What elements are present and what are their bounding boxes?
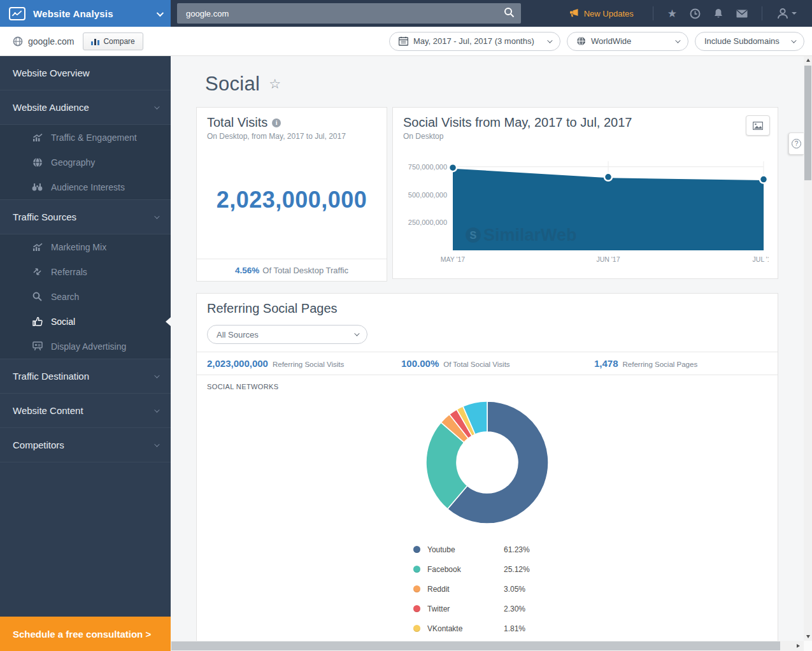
website-analysis-icon xyxy=(9,7,25,20)
sidebar-item-competitors[interactable]: Competitors xyxy=(0,428,171,462)
app-switcher[interactable]: Website Analysis xyxy=(0,0,171,27)
user-account-menu[interactable] xyxy=(776,7,797,20)
chevron-down-icon xyxy=(675,38,680,43)
person-icon xyxy=(776,7,789,20)
display-icon xyxy=(32,341,43,352)
total-visits-subtitle: On Desktop, from May, 2017 to Jul, 2017 xyxy=(207,132,376,141)
legend-bullet-icon xyxy=(413,566,420,573)
info-icon[interactable]: i xyxy=(272,118,281,127)
sources-filter-select[interactable]: All Sources xyxy=(207,325,367,344)
subdomains-select[interactable]: Include Subdomains xyxy=(695,32,804,51)
chevron-down-icon xyxy=(154,441,159,447)
legend-row[interactable]: Twitter 2.30% xyxy=(413,599,561,619)
subdomains-value: Include Subdomains xyxy=(704,36,782,46)
caret-down-icon xyxy=(792,12,797,15)
question-mark-icon: ? xyxy=(792,139,801,148)
divider xyxy=(762,6,762,20)
sidebar-item-referrals[interactable]: Referrals xyxy=(0,259,171,284)
chart-icon xyxy=(32,132,43,143)
chevron-down-icon xyxy=(154,373,159,378)
sidebar-item-marketing-mix[interactable]: Marketing Mix xyxy=(0,234,171,259)
sidebar-item-social[interactable]: Social xyxy=(0,309,171,334)
chevron-down-icon xyxy=(791,38,796,43)
picture-icon xyxy=(753,122,763,130)
sidebar-submenu: Marketing Mix Referrals Search Social Di… xyxy=(0,234,171,359)
referring-visits-value: 2,023,000,000 xyxy=(207,358,268,369)
svg-text:500,000,000: 500,000,000 xyxy=(408,191,447,199)
current-domain: google.com xyxy=(0,36,74,46)
bar-chart-icon xyxy=(91,38,99,45)
chevron-down-icon xyxy=(154,407,159,412)
area-chart: 750,000,000500,000,000250,000,000SSimila… xyxy=(402,154,769,275)
messages-envelope-icon[interactable] xyxy=(736,10,748,18)
vertical-scrollbar[interactable] xyxy=(804,56,812,641)
horizontal-scrollbar[interactable] xyxy=(171,641,804,651)
legend-bullet-icon xyxy=(413,585,420,592)
svg-text:JUN '17: JUN '17 xyxy=(596,255,620,263)
divider xyxy=(653,6,653,20)
new-updates-link[interactable]: New Updates xyxy=(569,8,634,18)
legend-bullet-icon xyxy=(413,625,420,632)
svg-text:S: S xyxy=(470,230,477,241)
donut-legend: Youtube 61.23% Facebook 25.12% Reddit 3.… xyxy=(413,540,561,638)
chart-subtitle: On Desktop xyxy=(403,132,767,141)
search-icon[interactable] xyxy=(504,7,515,20)
legend-row[interactable]: VKontakte 1.81% xyxy=(413,619,561,638)
sources-filter-value: All Sources xyxy=(217,330,259,340)
sidebar-item-website-overview[interactable]: Website Overview xyxy=(0,56,171,90)
legend-bullet-icon xyxy=(413,546,420,553)
top-header-bar: Website Analysis New Updates ★ xyxy=(0,0,812,27)
svg-text:JUL '17: JUL '17 xyxy=(753,255,769,263)
vertical-scroll-thumb[interactable] xyxy=(804,66,811,180)
sidebar-item-traffic-engagement[interactable]: Traffic & Engagement xyxy=(0,125,171,150)
chevron-down-icon xyxy=(157,8,162,19)
calendar-icon xyxy=(399,36,408,46)
scrollbar-corner xyxy=(804,641,812,651)
topbar-actions: New Updates ★ xyxy=(569,6,812,20)
binoculars-icon xyxy=(32,182,43,192)
sidebar-item-traffic-sources[interactable]: Traffic Sources xyxy=(0,200,171,234)
sidebar-item-traffic-destination[interactable]: Traffic Destination xyxy=(0,359,171,394)
consultation-cta-button[interactable]: Schedule a free consultation > xyxy=(0,617,171,651)
referrals-icon xyxy=(32,266,43,277)
history-clock-icon[interactable] xyxy=(690,8,701,19)
referring-social-pages-card: Referring Social Pages All Sources 2,023… xyxy=(196,293,778,641)
date-range-select[interactable]: May, 2017 - Jul, 2017 (3 months) xyxy=(389,32,560,51)
sidebar-item-display-advertising[interactable]: Display Advertising xyxy=(0,334,171,359)
site-search-input[interactable] xyxy=(186,9,504,18)
domain-name: google.com xyxy=(28,36,74,46)
chevron-down-icon xyxy=(154,104,159,109)
legend-row[interactable]: Facebook 25.12% xyxy=(413,559,561,579)
svg-text:MAY '17: MAY '17 xyxy=(441,255,466,263)
referring-title: Referring Social Pages xyxy=(207,301,338,316)
page-title: Social xyxy=(205,73,260,96)
app-title: Website Analysis xyxy=(33,8,113,19)
favorite-page-star-icon[interactable]: ☆ xyxy=(269,76,281,92)
total-visits-footer: 4.56% Of Total Desktop Traffic xyxy=(197,259,387,281)
svg-text:750,000,000: 750,000,000 xyxy=(408,163,447,171)
sidebar-item-website-audience[interactable]: Website Audience xyxy=(0,90,171,125)
help-button[interactable]: ? xyxy=(788,132,804,155)
chevron-down-icon xyxy=(154,213,159,218)
scroll-up-arrow[interactable] xyxy=(804,56,812,64)
svg-text:250,000,000: 250,000,000 xyxy=(408,218,447,226)
favorites-star-icon[interactable]: ★ xyxy=(667,8,677,19)
compare-button[interactable]: Compare xyxy=(83,32,143,50)
region-select[interactable]: WorldWide xyxy=(567,32,688,51)
notifications-bell-icon[interactable] xyxy=(713,8,723,19)
horizontal-scroll-thumb[interactable] xyxy=(171,641,780,650)
legend-row[interactable]: Youtube 61.23% xyxy=(413,540,561,559)
chart-icon xyxy=(32,241,43,252)
export-image-button[interactable] xyxy=(746,115,770,136)
sidebar-item-website-content[interactable]: Website Content xyxy=(0,394,171,428)
sidebar-item-search[interactable]: Search xyxy=(0,284,171,309)
legend-row[interactable]: Reddit 3.05% xyxy=(413,579,561,599)
date-range-value: May, 2017 - Jul, 2017 (3 months) xyxy=(413,36,538,46)
scroll-down-arrow[interactable] xyxy=(804,633,812,641)
site-search[interactable] xyxy=(177,3,521,24)
total-visits-title: Total Visits xyxy=(207,115,267,130)
thumb-icon xyxy=(32,316,43,327)
sidebar-item-geography[interactable]: Geography xyxy=(0,150,171,175)
scroll-right-arrow[interactable] xyxy=(794,641,802,651)
sidebar-item-audience-interests[interactable]: Audience Interests xyxy=(0,175,171,199)
